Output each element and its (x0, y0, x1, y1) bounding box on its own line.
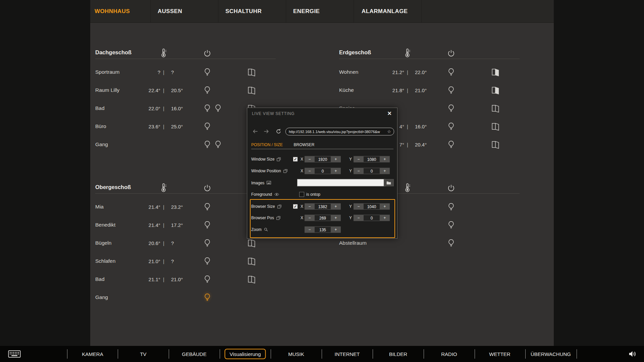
bottom-button-tv[interactable]: TV (140, 351, 146, 357)
increment-button[interactable]: + (331, 227, 341, 233)
light-bulb-icon[interactable] (447, 221, 455, 229)
thermometer-icon[interactable] (158, 183, 168, 193)
bottom-button-radio[interactable]: RADIO (441, 351, 457, 357)
window-position-icon (283, 169, 288, 173)
decrement-button[interactable]: − (354, 203, 364, 210)
window-size-x-value[interactable]: 1920 (315, 156, 331, 163)
decrement-button[interactable]: − (354, 156, 364, 163)
window-open-icon[interactable] (490, 103, 500, 113)
browser-size-x-value[interactable]: 1382 (315, 203, 331, 210)
zoom-value[interactable]: 135 (315, 227, 331, 233)
tab-alarmanlage[interactable]: ALARMANLAGE (362, 0, 408, 22)
light-bulb-icon[interactable] (447, 104, 455, 113)
increment-button[interactable]: + (331, 215, 341, 221)
decrement-button[interactable]: − (305, 203, 315, 210)
close-icon[interactable]: ✕ (385, 110, 394, 117)
window-position-x-value[interactable]: 0 (315, 168, 331, 174)
window-open-icon[interactable] (247, 256, 257, 266)
is-ontop-checkbox[interactable] (299, 192, 304, 197)
light-bulb-icon[interactable] (203, 257, 212, 265)
tab-aussen[interactable]: AUSSEN (158, 0, 182, 22)
browse-folder-button[interactable] (384, 179, 394, 186)
bottom-button-musik[interactable]: MUSIK (288, 351, 304, 357)
x-axis-label: X (301, 216, 303, 220)
tab-position-size[interactable]: POSITION / SIZE (251, 142, 283, 147)
light-bulb-icon[interactable] (203, 202, 212, 211)
light-bulb-icon[interactable] (447, 202, 455, 211)
light-bulb-icon[interactable] (447, 86, 455, 95)
thermometer-icon[interactable] (402, 183, 412, 193)
room-row: Bad 21.1° | 21.0° (95, 270, 276, 288)
decrement-button[interactable]: − (305, 215, 315, 221)
keyboard-icon[interactable] (8, 350, 21, 358)
bottom-button-visualisierung[interactable]: Visualisierung (224, 349, 266, 359)
tab-browser[interactable]: BROWSER (293, 142, 314, 147)
increment-button[interactable]: + (380, 156, 390, 163)
decrement-button[interactable]: − (354, 215, 364, 221)
light-bulb-icon[interactable] (447, 122, 455, 131)
decrement-button[interactable]: − (354, 168, 364, 174)
power-icon[interactable] (203, 184, 211, 192)
window-size-y-value[interactable]: 1080 (364, 156, 380, 163)
increment-button[interactable]: + (331, 156, 341, 163)
bottom-button-ueberwachung[interactable]: ÜBERWACHUNG (531, 351, 571, 357)
light-bulb-icon[interactable] (447, 140, 455, 149)
browser-pos-y-value[interactable]: 0 (364, 215, 380, 221)
light-bulb-icon[interactable] (447, 68, 455, 76)
light-bulb-icon[interactable] (203, 275, 212, 284)
window-closed-icon[interactable] (490, 85, 500, 95)
window-closed-icon[interactable] (490, 67, 500, 77)
tab-schaltuhr[interactable]: SCHALTUHR (225, 0, 262, 22)
browser-size-y-stepper: − 1040 + (354, 203, 390, 210)
light-bulb-icon[interactable] (203, 239, 212, 247)
speaker-icon[interactable] (628, 350, 637, 358)
light-bulb-on-icon[interactable] (203, 293, 212, 302)
window-open-icon[interactable] (490, 139, 500, 149)
decrement-button[interactable]: − (305, 168, 315, 174)
light-bulb-icon[interactable] (447, 239, 455, 247)
forward-icon[interactable] (263, 128, 270, 135)
back-icon[interactable] (252, 128, 259, 135)
increment-button[interactable]: + (331, 203, 341, 210)
window-open-icon[interactable] (490, 121, 500, 131)
decrement-button[interactable]: − (305, 227, 315, 233)
light-bulb-icon[interactable] (203, 68, 212, 76)
window-size-checkbox[interactable]: ✓ (293, 157, 298, 162)
url-input[interactable] (286, 130, 387, 134)
bottom-button-wetter[interactable]: WETTER (489, 351, 510, 357)
bookmark-star-icon[interactable]: ☆ (387, 129, 394, 134)
power-icon[interactable] (203, 49, 211, 57)
browser-pos-x-value[interactable]: 269 (315, 215, 331, 221)
light-bulb-icon[interactable] (203, 104, 212, 113)
window-open-icon[interactable] (247, 238, 257, 248)
window-open-icon[interactable] (247, 85, 257, 95)
window-open-icon[interactable] (247, 67, 257, 77)
window-open-icon[interactable] (247, 274, 257, 284)
light-bulb-icon[interactable] (214, 140, 222, 149)
light-bulb-icon[interactable] (203, 86, 212, 95)
light-bulb-icon[interactable] (214, 104, 222, 113)
browser-size-y-value[interactable]: 1040 (364, 203, 380, 210)
bottom-button-internet[interactable]: INTERNET (335, 351, 360, 357)
increment-button[interactable]: + (380, 215, 390, 221)
increment-button[interactable]: + (380, 203, 390, 210)
light-bulb-icon[interactable] (203, 140, 212, 149)
bottom-button-bilder[interactable]: BILDER (389, 351, 407, 357)
power-icon[interactable] (447, 184, 455, 192)
tab-wohnhaus[interactable]: WOHNHAUS (95, 0, 130, 22)
light-bulb-icon[interactable] (203, 221, 212, 229)
window-position-y-value[interactable]: 0 (364, 168, 380, 174)
decrement-button[interactable]: − (305, 156, 315, 163)
bottom-button-gebaeude[interactable]: GEBÄUDE (182, 351, 206, 357)
increment-button[interactable]: + (380, 168, 390, 174)
bottom-button-kamera[interactable]: KAMERA (82, 351, 103, 357)
thermometer-icon[interactable] (158, 48, 168, 58)
power-icon[interactable] (447, 49, 455, 57)
light-bulb-icon[interactable] (203, 122, 212, 131)
increment-button[interactable]: + (331, 168, 341, 174)
refresh-icon[interactable] (275, 128, 282, 135)
thermometer-icon[interactable] (402, 48, 412, 58)
images-path-input[interactable] (297, 179, 385, 186)
tab-energie[interactable]: ENERGIE (293, 0, 320, 22)
browser-size-checkbox[interactable]: ✓ (293, 204, 298, 209)
